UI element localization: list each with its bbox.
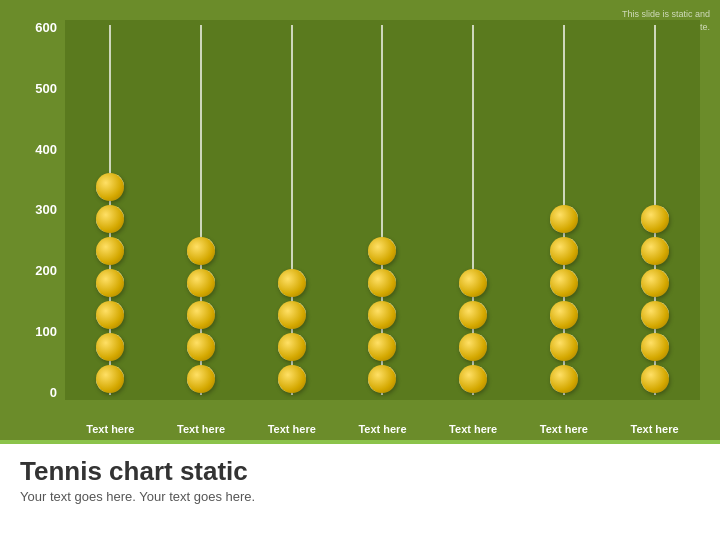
y-axis-label: 0 <box>50 385 57 400</box>
chart-column <box>171 25 231 395</box>
chart-subtitle: Your text goes here. Your text goes here… <box>20 489 700 504</box>
x-labels: Text hereText hereText hereText hereText… <box>65 423 700 435</box>
tennis-ball <box>550 365 578 393</box>
tennis-ball <box>368 269 396 297</box>
bottom-area: Tennis chart static Your text goes here.… <box>0 440 720 540</box>
tennis-ball <box>550 301 578 329</box>
tennis-ball <box>459 333 487 361</box>
tennis-ball <box>641 237 669 265</box>
tennis-ball <box>459 269 487 297</box>
x-axis-label: Text here <box>256 423 328 435</box>
tennis-ball <box>278 333 306 361</box>
x-axis-label: Text here <box>346 423 418 435</box>
chart-column <box>625 25 685 395</box>
x-axis-label: Text here <box>437 423 509 435</box>
tennis-ball <box>96 333 124 361</box>
tennis-ball <box>278 269 306 297</box>
tennis-ball <box>96 173 124 201</box>
tennis-ball <box>368 301 396 329</box>
tennis-ball <box>96 301 124 329</box>
chart-column <box>262 25 322 395</box>
tennis-ball <box>641 365 669 393</box>
tennis-ball <box>96 365 124 393</box>
columns <box>65 20 700 400</box>
tennis-ball <box>187 301 215 329</box>
chart-column <box>80 25 140 395</box>
y-axis-label: 400 <box>35 142 57 157</box>
chart-inner <box>65 20 700 400</box>
tennis-ball <box>550 333 578 361</box>
y-axis-label: 600 <box>35 20 57 35</box>
x-axis-label: Text here <box>528 423 600 435</box>
slide-container: This slide is static and does not animat… <box>0 0 720 540</box>
chart-column <box>534 25 594 395</box>
y-axis-label: 300 <box>35 202 57 217</box>
chart-column <box>352 25 412 395</box>
y-axis-label: 200 <box>35 263 57 278</box>
tennis-ball <box>96 269 124 297</box>
tennis-ball <box>459 365 487 393</box>
y-axis-labels: 6005004003002001000 <box>10 20 65 400</box>
tennis-ball <box>368 365 396 393</box>
tennis-ball <box>278 365 306 393</box>
tennis-ball <box>187 365 215 393</box>
chart-column <box>443 25 503 395</box>
tennis-ball <box>550 269 578 297</box>
chart-title: Tennis chart static <box>20 456 700 487</box>
chart-area: This slide is static and does not animat… <box>0 0 720 440</box>
x-axis-label: Text here <box>165 423 237 435</box>
tennis-ball <box>96 205 124 233</box>
tennis-ball <box>368 333 396 361</box>
tennis-ball <box>96 237 124 265</box>
tennis-ball <box>641 333 669 361</box>
tennis-ball <box>187 269 215 297</box>
y-axis-label: 500 <box>35 81 57 96</box>
tennis-ball <box>550 205 578 233</box>
tennis-ball <box>368 237 396 265</box>
tennis-ball <box>641 205 669 233</box>
tennis-ball <box>187 237 215 265</box>
x-axis-label: Text here <box>619 423 691 435</box>
tennis-ball <box>459 301 487 329</box>
tennis-ball <box>550 237 578 265</box>
tennis-ball <box>641 301 669 329</box>
x-axis-label: Text here <box>74 423 146 435</box>
tennis-ball <box>641 269 669 297</box>
tennis-ball <box>278 301 306 329</box>
tennis-ball <box>187 333 215 361</box>
y-axis-label: 100 <box>35 324 57 339</box>
